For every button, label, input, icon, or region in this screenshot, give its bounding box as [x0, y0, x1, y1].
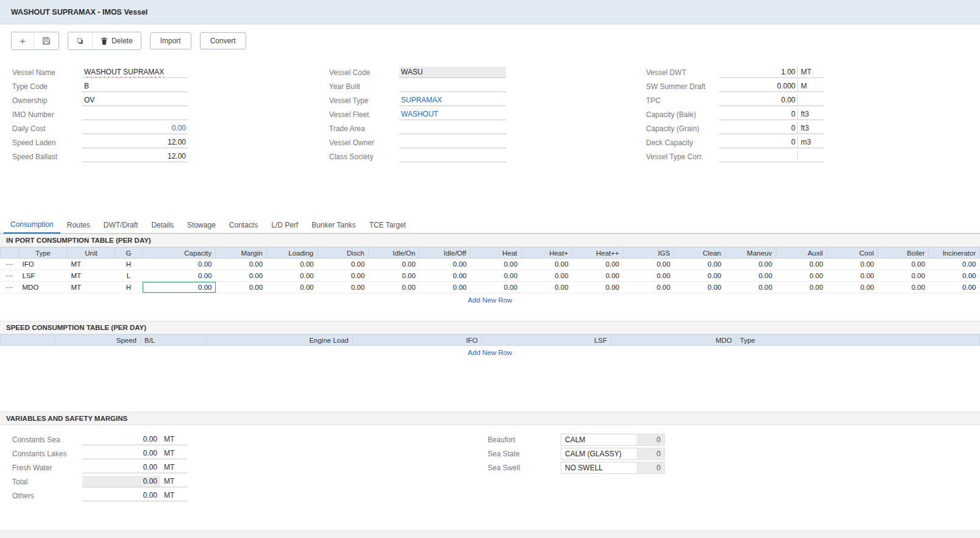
tab-dwt-draft[interactable]: DWT/Draft [97, 218, 145, 233]
sea-state-select[interactable]: CALM (GLASSY) [561, 448, 637, 460]
value-cell[interactable]: 0.00 [318, 270, 369, 282]
value-cell[interactable]: 0.00 [674, 282, 725, 293]
value-cell[interactable]: 0.00 [368, 282, 419, 293]
beaufort-select[interactable]: CALM [561, 434, 637, 446]
value-cell[interactable]: 0.00 [725, 282, 776, 293]
value-cell[interactable]: 0.00 [521, 282, 572, 293]
import-button[interactable]: Import [150, 32, 191, 49]
row-menu-button[interactable]: ⋯ [1, 270, 19, 282]
unit-cell[interactable]: MT [68, 259, 115, 270]
vessel-type-input[interactable]: SUPRAMAX [399, 95, 506, 106]
value-cell[interactable]: 0.00 [674, 259, 725, 270]
value-cell[interactable]: 0.00 [725, 270, 776, 282]
fresh-water-input[interactable]: 0.00 [82, 462, 160, 473]
fuel-type-cell[interactable]: LSF [19, 270, 68, 282]
capacity-grain-input[interactable]: 0 [719, 123, 797, 134]
horizontal-scrollbar[interactable] [0, 530, 980, 538]
vessel-owner-input[interactable] [399, 137, 506, 148]
value-cell[interactable]: 0.00 [776, 270, 827, 282]
value-cell[interactable]: 0.00 [878, 259, 929, 270]
value-cell[interactable]: 0.00 [419, 270, 470, 282]
vessel-dwt-input[interactable]: 1.00 [719, 66, 797, 78]
daily-cost-input[interactable]: 0.00 [82, 123, 188, 134]
copy-button[interactable] [68, 32, 92, 49]
value-cell[interactable]: 0.00 [572, 282, 623, 293]
sw-summer-draft-input[interactable]: 0.000 [719, 81, 797, 92]
value-cell[interactable]: 0.00 [878, 282, 929, 293]
convert-button[interactable]: Convert [200, 32, 246, 49]
value-cell[interactable]: 0.00 [623, 270, 674, 282]
value-cell[interactable]: 0.00 [572, 270, 623, 282]
imo-number-input[interactable] [82, 109, 188, 120]
vessel-fleet-input[interactable]: WASHOUT [399, 109, 506, 120]
tab-routes[interactable]: Routes [60, 218, 97, 233]
value-cell[interactable]: 0.00 [143, 259, 216, 270]
tab-contacts[interactable]: Contacts [222, 218, 265, 233]
value-cell[interactable]: 0.00 [470, 259, 521, 270]
value-cell[interactable]: 0.00 [318, 282, 369, 293]
value-cell[interactable]: 0.00 [470, 282, 521, 293]
value-cell[interactable]: 0.00 [143, 282, 216, 293]
value-cell[interactable]: 0.00 [216, 259, 267, 270]
value-cell[interactable]: 0.00 [725, 259, 776, 270]
value-cell[interactable]: 0.00 [266, 282, 318, 293]
save-button[interactable] [34, 32, 59, 49]
class-society-input[interactable] [399, 151, 506, 162]
capacity-bale-input[interactable]: 0 [719, 109, 797, 120]
fuel-type-cell[interactable]: MDO [19, 282, 68, 293]
grade-cell[interactable]: L [115, 270, 143, 282]
add-new-row-link[interactable]: Add New Row [0, 346, 980, 360]
row-menu-button[interactable]: ⋯ [1, 259, 19, 270]
deck-capacity-input[interactable]: 0 [719, 137, 797, 148]
others-input[interactable]: 0.00 [82, 490, 160, 501]
tab-bunker-tanks[interactable]: Bunker Tanks [305, 218, 363, 233]
value-cell[interactable]: 0.00 [623, 282, 674, 293]
value-cell[interactable]: 0.00 [143, 270, 216, 282]
unit-cell[interactable]: MT [68, 270, 115, 282]
value-cell[interactable]: 0.00 [521, 270, 572, 282]
type-code-input[interactable]: B [82, 81, 188, 92]
speed-ballast-input[interactable]: 12.00 [82, 151, 188, 162]
value-cell[interactable]: 0.00 [318, 259, 369, 270]
sea-swell-select[interactable]: NO SWELL [561, 462, 637, 474]
value-cell[interactable]: 0.00 [521, 259, 572, 270]
value-cell[interactable]: 0.00 [419, 282, 470, 293]
speed-laden-input[interactable]: 12.00 [82, 137, 188, 148]
year-built-input[interactable] [399, 81, 506, 92]
value-cell[interactable]: 0.00 [929, 259, 980, 270]
value-cell[interactable]: 0.00 [419, 259, 470, 270]
ownership-input[interactable]: OV [82, 95, 188, 106]
value-cell[interactable]: 0.00 [470, 270, 521, 282]
tab-stowage[interactable]: Stowage [180, 218, 222, 233]
value-cell[interactable]: 0.00 [929, 270, 980, 282]
new-button[interactable]: + [12, 32, 34, 49]
row-menu-button[interactable]: ⋯ [1, 282, 19, 293]
trade-area-input[interactable] [399, 123, 506, 134]
value-cell[interactable]: 0.00 [674, 270, 725, 282]
value-cell[interactable]: 0.00 [776, 282, 827, 293]
unit-cell[interactable]: MT [68, 282, 115, 293]
value-cell[interactable]: 0.00 [368, 270, 419, 282]
grade-cell[interactable]: H [115, 282, 143, 293]
value-cell[interactable]: 0.00 [216, 270, 267, 282]
value-cell[interactable]: 0.00 [776, 259, 827, 270]
fuel-type-cell[interactable]: IFO [19, 259, 68, 270]
grade-cell[interactable]: H [115, 259, 143, 270]
tab-consumption[interactable]: Consumption [4, 217, 60, 234]
value-cell[interactable]: 0.00 [827, 259, 878, 270]
delete-button[interactable]: Delete [92, 32, 141, 49]
vessel-type-corr-input[interactable] [719, 151, 797, 162]
tab-details[interactable]: Details [144, 218, 180, 233]
value-cell[interactable]: 0.00 [572, 259, 623, 270]
add-new-row-link[interactable]: Add New Row [0, 293, 980, 307]
constants-lakes-input[interactable]: 0.00 [82, 448, 160, 459]
value-cell[interactable]: 0.00 [266, 259, 318, 270]
value-cell[interactable]: 0.00 [216, 282, 267, 293]
value-cell[interactable]: 0.00 [827, 270, 878, 282]
value-cell[interactable]: 0.00 [827, 282, 878, 293]
value-cell[interactable]: 0.00 [368, 259, 419, 270]
constants-sea-input[interactable]: 0.00 [82, 434, 160, 445]
value-cell[interactable]: 0.00 [929, 282, 980, 293]
tab-l-d-perf[interactable]: L/D Perf [265, 218, 305, 233]
value-cell[interactable]: 0.00 [878, 270, 929, 282]
